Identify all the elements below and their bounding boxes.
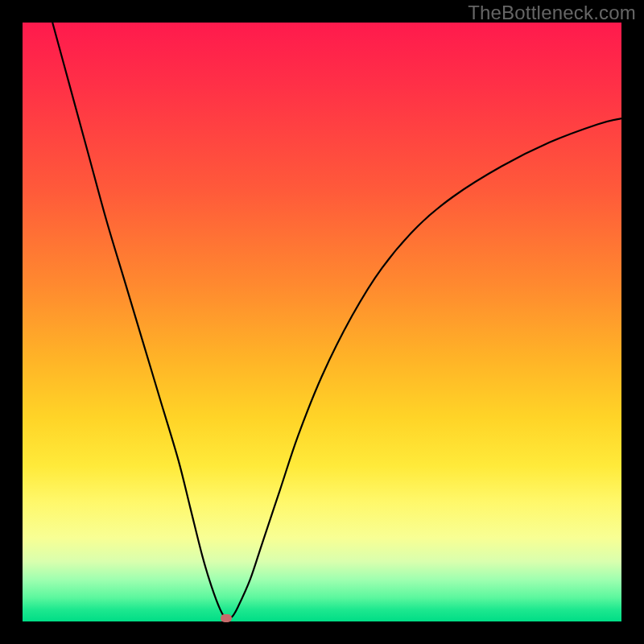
- bottleneck-curve-path: [52, 23, 621, 619]
- watermark-text: TheBottleneck.com: [468, 2, 636, 24]
- plot-area: [23, 23, 621, 621]
- chart-container: TheBottleneck.com: [0, 0, 644, 644]
- min-marker: [221, 614, 232, 622]
- curve-svg: [23, 23, 621, 621]
